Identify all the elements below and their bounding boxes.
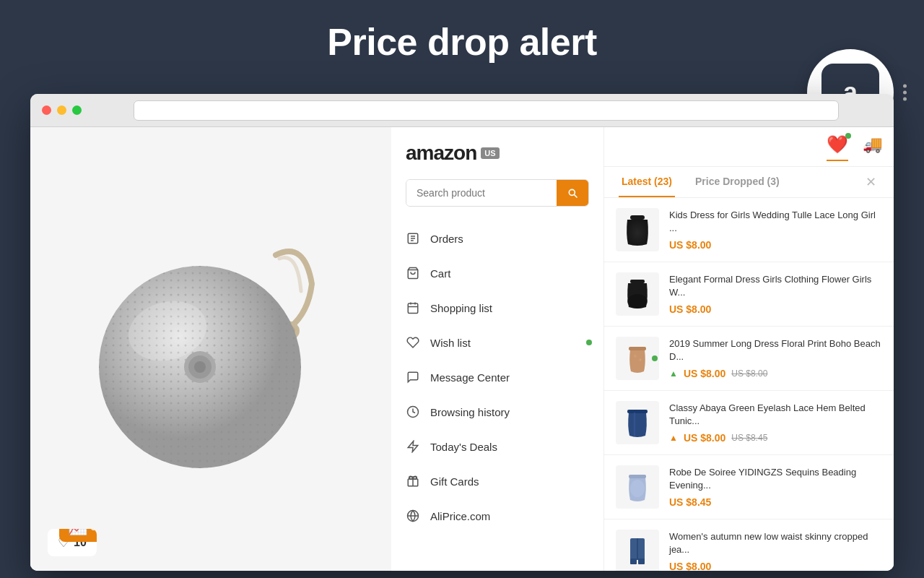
truck-tab-icon: 🚚 [863, 135, 882, 154]
svg-marker-19 [408, 441, 418, 452]
product-item[interactable]: Kids Dress for Girls Wedding Tulle Lace … [604, 198, 894, 262]
product-info: Elegant Formal Dress Girls Clothing Flow… [669, 273, 882, 315]
browser-content: 📈 USD ♡ 10 amazon US [30, 127, 894, 571]
todays-deals-label: Today's Deals [430, 441, 497, 453]
tab-wishlist[interactable]: ❤️ [827, 134, 848, 160]
product-price: ▲ US $8.00 US $8.00 [669, 368, 882, 379]
sidebar-item-wish-list[interactable]: Wish list [391, 325, 603, 360]
aliprice-icon [406, 509, 420, 523]
product-thumbnail [616, 530, 659, 571]
product-name: Elegant Formal Dress Girls Clothing Flow… [669, 273, 882, 299]
page-title: Price drop alert [0, 0, 924, 64]
svg-point-33 [630, 480, 645, 497]
svg-rect-36 [630, 558, 637, 564]
shopping-list-label: Shopping list [430, 302, 492, 314]
product-thumbnail [616, 401, 659, 444]
sidebar-item-gift-cards[interactable]: Gift Cards [391, 464, 603, 499]
svg-rect-27 [629, 347, 646, 350]
product-item[interactable]: Robe De Soiree YIDINGZS Sequins Beading … [604, 455, 894, 519]
current-price: US $8.00 [669, 239, 711, 251]
cart-label: Cart [430, 267, 450, 280]
traffic-lights [42, 105, 82, 115]
sidebar-item-orders[interactable]: Orders [391, 221, 603, 256]
product-item[interactable]: Women's autumn new low waist skinny crop… [604, 519, 894, 571]
sidebar: amazon US [391, 127, 604, 571]
message-center-label: Message Center [430, 371, 510, 384]
extension-dots [903, 85, 907, 101]
wish-list-label: Wish list [430, 337, 471, 349]
maximize-button[interactable] [72, 105, 82, 115]
product-price: US $8.00 [669, 303, 882, 315]
svg-rect-30 [627, 410, 648, 413]
gift-cards-icon [406, 474, 420, 488]
old-price: US $8.00 [731, 368, 767, 379]
browsing-history-label: Browsing history [430, 406, 510, 418]
svg-point-29 [640, 359, 642, 361]
new-item-dot [652, 355, 658, 361]
orders-label: Orders [430, 233, 463, 245]
heart-tab-icon: ❤️ [827, 134, 848, 155]
sidebar-item-browsing-history[interactable]: Browsing history [391, 394, 603, 429]
product-price: ▲ US $8.00 US $8.45 [669, 432, 882, 444]
current-price: US $8.00 [669, 303, 711, 315]
price-drop-indicator: ▲ [669, 368, 678, 379]
current-price: US $8.45 [669, 496, 711, 508]
product-item[interactable]: 2019 Summer Long Dress Floral Print Boho… [604, 327, 894, 391]
tab-close-button[interactable]: ✕ [863, 171, 879, 193]
tabs-navigation: Latest (23) Price Dropped (3) ✕ [604, 167, 894, 198]
price-drop-indicator: ▲ [669, 433, 678, 443]
minimize-button[interactable] [57, 105, 66, 115]
sidebar-item-message-center[interactable]: Message Center [391, 360, 603, 394]
product-name: Women's autumn new low waist skinny crop… [669, 530, 882, 556]
search-bar [406, 179, 589, 207]
svg-point-7 [194, 361, 206, 373]
sidebar-item-aliprice[interactable]: AliPrice.com [391, 499, 603, 533]
tab-price-dropped[interactable]: Price Dropped (3) [692, 167, 783, 197]
product-thumbnail [616, 208, 659, 251]
product-item[interactable]: Elegant Formal Dress Girls Clothing Flow… [604, 262, 894, 327]
close-button[interactable] [42, 105, 51, 115]
wish-list-notification-dot [586, 340, 592, 345]
svg-rect-37 [638, 558, 645, 564]
wish-list-icon [406, 335, 420, 350]
svg-rect-14 [408, 303, 418, 314]
product-info: Women's autumn new low waist skinny crop… [669, 530, 882, 571]
current-price: US $8.00 [684, 432, 725, 444]
svg-point-26 [627, 294, 648, 309]
browser-chrome [30, 94, 894, 127]
amazon-logo: amazon US [391, 142, 603, 179]
product-info: Robe De Soiree YIDINGZS Sequins Beading … [669, 466, 882, 508]
speaker-image [88, 226, 334, 472]
product-name: 2019 Summer Long Dress Floral Print Boho… [669, 337, 882, 363]
search-icon [567, 187, 578, 199]
speaker-svg [88, 226, 334, 472]
product-price: US $8.45 [669, 496, 882, 508]
sidebar-item-cart[interactable]: Cart [391, 256, 603, 290]
product-info: Classy Abaya Green Eyelash Lace Hem Belt… [669, 402, 882, 444]
svg-point-28 [634, 355, 637, 358]
browsing-history-icon [406, 405, 420, 419]
amazon-logo-text: amazon [406, 142, 476, 165]
sidebar-item-todays-deals[interactable]: Today's Deals [391, 429, 603, 464]
address-bar[interactable] [134, 100, 839, 121]
search-input[interactable] [406, 180, 557, 206]
search-button[interactable] [557, 180, 588, 206]
product-name: Robe De Soiree YIDINGZS Sequins Beading … [669, 466, 882, 492]
product-list: Kids Dress for Girls Wedding Tulle Lace … [604, 198, 894, 571]
amazon-region-badge: US [481, 147, 499, 159]
tab-latest[interactable]: Latest (23) [619, 167, 675, 197]
product-info: 2019 Summer Long Dress Floral Print Boho… [669, 337, 882, 379]
product-thumbnail [616, 272, 659, 316]
cart-icon [406, 266, 420, 280]
todays-deals-icon [406, 439, 420, 454]
product-name: Kids Dress for Girls Wedding Tulle Lace … [669, 209, 882, 235]
sidebar-item-shopping-list[interactable]: Shopping list [391, 290, 603, 325]
aliprice-label: AliPrice.com [430, 510, 490, 522]
shopping-list-icon [406, 301, 420, 315]
current-price: US $8.00 [684, 368, 725, 379]
tab-delivery[interactable]: 🚚 [863, 135, 882, 160]
price-badge[interactable]: 📈 USD [59, 529, 97, 542]
gift-cards-label: Gift Cards [430, 475, 479, 488]
product-info: Kids Dress for Girls Wedding Tulle Lace … [669, 209, 882, 251]
product-item[interactable]: Classy Abaya Green Eyelash Lace Hem Belt… [604, 391, 894, 455]
